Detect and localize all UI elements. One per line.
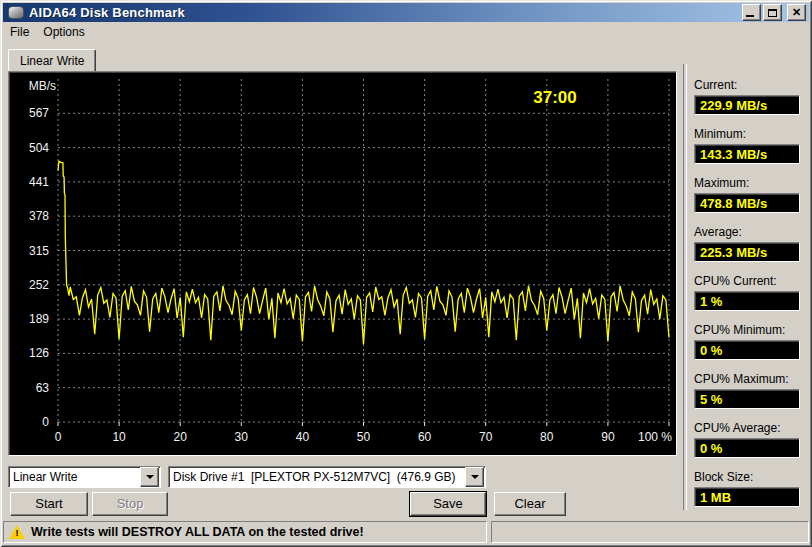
stat-label: CPU% Minimum:	[694, 323, 800, 337]
x-tick-label: 30	[235, 430, 249, 444]
maximize-button[interactable]	[763, 4, 782, 21]
stat-label: CPU% Current:	[694, 274, 800, 288]
x-tick-label: 100 %	[638, 430, 672, 444]
tab-linear-write[interactable]: Linear Write	[8, 49, 96, 72]
stat-label: Average:	[694, 225, 800, 239]
stat-item: Minimum:143.3 MB/s	[694, 127, 800, 164]
status-empty-pane	[491, 521, 809, 543]
stat-value: 5 %	[694, 389, 800, 409]
stat-label: Minimum:	[694, 127, 800, 141]
chevron-down-icon	[471, 475, 479, 479]
stat-value: 1 %	[694, 291, 800, 311]
stat-item: CPU% Minimum:0 %	[694, 323, 800, 360]
window-controls: ✕	[742, 4, 806, 21]
y-tick-label: 252	[29, 278, 49, 292]
stat-item: Average:225.3 MB/s	[694, 225, 800, 262]
chart-line	[58, 161, 669, 344]
drive-dropdown-button[interactable]	[465, 467, 484, 487]
elapsed-time-label: 37:00	[533, 88, 576, 107]
drive-value: Disk Drive #1 [PLEXTOR PX-512M7VC] (476.…	[169, 470, 465, 484]
x-tick-label: 10	[112, 430, 126, 444]
app-window: AIDA64 Disk Benchmark ✕ File Options Lin…	[0, 0, 812, 547]
menu-bar: File Options	[3, 22, 809, 42]
app-icon	[8, 6, 24, 19]
stat-label: Current:	[694, 78, 800, 92]
menu-file[interactable]: File	[3, 23, 36, 41]
minimize-icon	[746, 15, 754, 17]
test-type-value: Linear Write	[9, 470, 140, 484]
window-title: AIDA64 Disk Benchmark	[29, 5, 742, 20]
stat-value: 0 %	[694, 438, 800, 458]
x-tick-label: 60	[418, 430, 432, 444]
y-tick-label: 126	[29, 346, 49, 360]
close-button[interactable]: ✕	[787, 4, 806, 21]
x-tick-label: 70	[479, 430, 493, 444]
warning-text: Write tests will DESTROY ALL DATA on the…	[31, 525, 364, 539]
stat-value: 478.8 MB/s	[694, 193, 800, 213]
stat-label: CPU% Maximum:	[694, 372, 800, 386]
stat-item: Block Size:1 MB	[694, 470, 800, 507]
drive-combobox[interactable]: Disk Drive #1 [PLEXTOR PX-512M7VC] (476.…	[168, 466, 486, 488]
stat-value: 1 MB	[694, 487, 800, 507]
y-tick-label: 315	[29, 244, 49, 258]
stat-label: CPU% Average:	[694, 421, 800, 435]
test-type-dropdown-button[interactable]	[140, 467, 159, 487]
stat-label: Block Size:	[694, 470, 800, 484]
y-tick-label: 441	[29, 175, 49, 189]
y-tick-label: 189	[29, 312, 49, 326]
stat-value: 0 %	[694, 340, 800, 360]
y-tick-label: 0	[42, 415, 49, 429]
x-tick-label: 40	[296, 430, 310, 444]
stat-label: Maximum:	[694, 176, 800, 190]
y-tick-label: 63	[36, 381, 50, 395]
stat-item: CPU% Average:0 %	[694, 421, 800, 458]
stat-value: 229.9 MB/s	[694, 95, 800, 115]
stat-item: CPU% Maximum:5 %	[694, 372, 800, 409]
minimize-button[interactable]	[742, 4, 761, 21]
x-tick-label: 90	[601, 430, 615, 444]
stat-item: Current:229.9 MB/s	[694, 78, 800, 115]
chevron-down-icon	[146, 475, 154, 479]
y-tick-label: 378	[29, 209, 49, 223]
status-warning-pane: ! Write tests will DESTROY ALL DATA on t…	[3, 521, 487, 543]
save-button[interactable]: Save	[410, 492, 486, 516]
stat-item: Maximum:478.8 MB/s	[694, 176, 800, 213]
benchmark-chart: 5675044413783152521891266300102030405060…	[8, 71, 677, 456]
y-axis-unit-label: MB/s	[29, 79, 56, 93]
clear-button[interactable]: Clear	[494, 492, 566, 516]
maximize-icon	[768, 9, 777, 17]
title-bar: AIDA64 Disk Benchmark ✕	[3, 3, 809, 22]
y-tick-label: 504	[29, 141, 49, 155]
x-tick-label: 20	[174, 430, 188, 444]
panel-separator	[683, 64, 687, 510]
x-tick-label: 0	[55, 430, 62, 444]
chart-canvas: 5675044413783152521891266300102030405060…	[11, 74, 676, 455]
warning-icon: !	[9, 525, 25, 539]
stat-value: 225.3 MB/s	[694, 242, 800, 262]
test-type-combobox[interactable]: Linear Write	[8, 466, 161, 488]
menu-options[interactable]: Options	[36, 23, 91, 41]
status-bar: ! Write tests will DESTROY ALL DATA on t…	[3, 519, 809, 543]
stat-item: CPU% Current:1 %	[694, 274, 800, 311]
x-tick-label: 50	[357, 430, 371, 444]
x-tick-label: 80	[540, 430, 554, 444]
stat-value: 143.3 MB/s	[694, 144, 800, 164]
close-icon: ✕	[792, 7, 801, 18]
stop-button[interactable]: Stop	[92, 492, 168, 516]
start-button[interactable]: Start	[10, 492, 88, 516]
y-tick-label: 567	[29, 106, 49, 120]
